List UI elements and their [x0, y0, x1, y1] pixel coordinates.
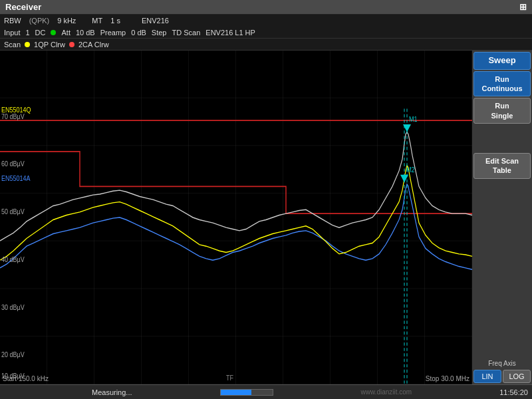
rbw-value: 9 kHz	[57, 17, 76, 25]
time-display: 11:56:20	[499, 388, 528, 396]
progress-bar	[220, 389, 273, 396]
rbw-type: (QPK)	[29, 17, 50, 25]
sweep-button[interactable]: Sweep	[473, 52, 531, 70]
scan-dot-1qp	[25, 42, 30, 47]
spectrum-chart: M1 M2 70 dBµV 60 dBµV 50 dBµV 40 dBµV 30…	[0, 51, 472, 384]
svg-text:M2: M2	[406, 166, 414, 174]
preamp-value: 0 dB	[131, 29, 146, 37]
freq-axis-row: LIN LOG	[473, 370, 531, 383]
info-bar-2: Input 1 DC Att 10 dB Preamp 0 dB Step TD…	[0, 27, 532, 39]
svg-text:M1: M1	[409, 116, 417, 124]
lin-button[interactable]: LIN	[473, 370, 501, 383]
rbw-label: RBW	[4, 17, 21, 25]
dc-dot	[51, 30, 56, 35]
scan-dot-2ca	[69, 42, 74, 47]
scan-bar: Scan 1QP Clrw 2CA Clrw	[0, 39, 532, 51]
info-bar-1: RBW (QPK) 9 kHz MT 1 s ENV216	[0, 15, 532, 27]
att-label: Att	[61, 29, 70, 37]
scan-2ca-label: 2CA Clrw	[78, 41, 109, 49]
preamp-label: Preamp	[100, 29, 126, 37]
svg-text:40 dBµV: 40 dBµV	[1, 255, 25, 263]
log-button[interactable]: LOG	[503, 370, 531, 383]
svg-text:60 dBµV: 60 dBµV	[1, 160, 25, 168]
edit-scan-table-button[interactable]: Edit Scan Table	[473, 153, 531, 179]
dc-label: DC	[35, 29, 46, 37]
step-value: TD Scan	[172, 29, 201, 37]
env-label: ENV216	[142, 17, 169, 25]
mt-value: 1 s	[110, 17, 120, 25]
env2-label: ENV216 L1 HP	[205, 29, 255, 37]
svg-text:20 dBµV: 20 dBµV	[1, 350, 25, 358]
run-continuous-button[interactable]: Run Continuous	[473, 71, 531, 97]
scan-1qp-label: 1QP Clrw	[34, 41, 65, 49]
right-panel: Sweep Run Continuous Run Single Edit Sca…	[472, 51, 532, 384]
bottom-bar: Measuring... www.dianziit.com 11:56:20	[0, 384, 532, 399]
titlebar: Receiver ⊞	[0, 0, 532, 15]
x-stop: Stop 30.0 MHz	[426, 375, 469, 382]
run-single-button[interactable]: Run Single	[473, 98, 531, 124]
freq-axis-label: Freq Axis	[473, 360, 531, 367]
app-title: Receiver	[5, 2, 41, 12]
svg-rect-4	[0, 51, 472, 384]
input-num: 1	[25, 29, 29, 37]
svg-text:EN55014Q: EN55014Q	[1, 106, 31, 114]
input-label: Input	[4, 29, 20, 37]
att-value: 10 dB	[76, 29, 95, 37]
svg-text:30 dBµV: 30 dBµV	[1, 303, 25, 311]
svg-text:50 dBµV: 50 dBµV	[1, 208, 25, 216]
main-area: Limit Check 1 MHz FAIL M2[2] 26.19 dBµV …	[0, 51, 532, 384]
scan-label: Scan	[4, 41, 21, 49]
progress-fill	[221, 390, 252, 395]
watermark: www.dianziit.com	[360, 388, 412, 396]
svg-text:EN55014A: EN55014A	[1, 174, 31, 182]
mt-label: MT	[92, 17, 102, 25]
chart-area: Limit Check 1 MHz FAIL M2[2] 26.19 dBµV …	[0, 51, 472, 384]
grid-icon[interactable]: ⊞	[519, 2, 527, 12]
x-start: Start 150.0 kHz	[3, 375, 49, 382]
x-axis: Start 150.0 kHz Stop 30.0 MHz	[0, 372, 472, 384]
measuring-label: Measuring...	[92, 388, 132, 396]
step-label: Step	[152, 29, 167, 37]
